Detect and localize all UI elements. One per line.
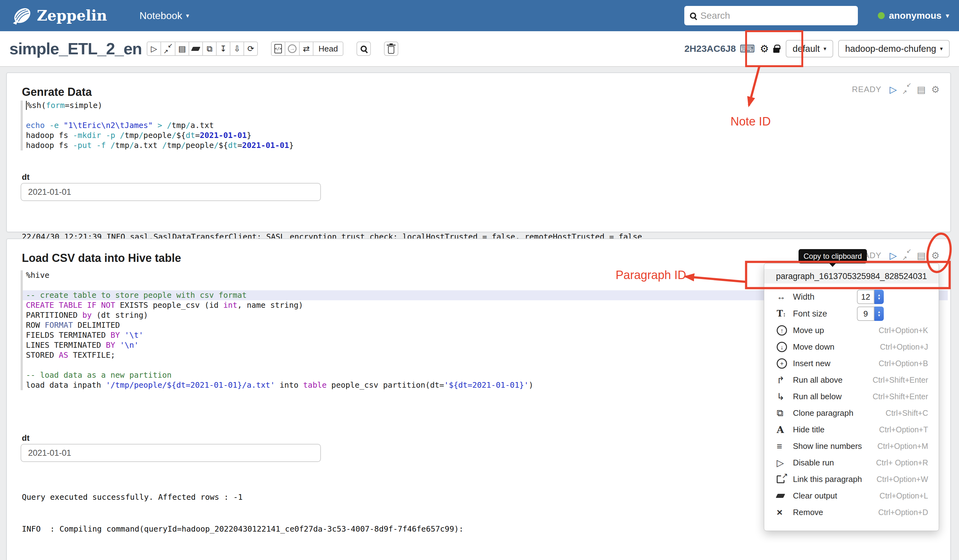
paragraph-id[interactable]: paragraph_1613705325984_828524031 <box>764 269 939 283</box>
menu-item-run-all-below[interactable]: ↳ Run all below Ctrl+Shift+Enter <box>764 388 939 405</box>
notebook-menu-label: Notebook <box>140 10 182 22</box>
run-paragraph-icon[interactable]: ▷ <box>890 251 897 260</box>
font-size-label: Font size <box>793 309 827 319</box>
user-menu[interactable]: anonymous ▾ <box>878 10 949 21</box>
note-action-group: ▷ ▤ ⧉ ↧ ⇩ ⟳ <box>147 41 258 56</box>
menu-item-link-this-paragraph[interactable]: ↗ Link this paragraph Ctrl+Option+W <box>764 471 939 488</box>
font-size-stepper[interactable]: 9 ▲▼ <box>857 307 884 321</box>
keyboard-shortcuts-icon[interactable]: ⌨ <box>739 43 755 55</box>
run-paragraph-icon[interactable]: ▷ <box>890 85 897 94</box>
version-head-button[interactable]: Head <box>313 41 343 56</box>
lock-icon[interactable] <box>773 48 779 53</box>
trash-icon <box>388 46 394 54</box>
menu-item-clear-output[interactable]: Clear output Ctrl+Option+L <box>764 488 939 504</box>
clone-icon: ⧉ <box>207 45 213 53</box>
search-icon <box>690 13 696 19</box>
search-input[interactable] <box>701 10 852 21</box>
form-field-label: dt <box>22 433 30 443</box>
zeppelin-app: Zeppelin Notebook ▾ anonymous ▾ simple_E… <box>0 0 959 560</box>
code-line: %sh(form=simple) <box>23 100 948 110</box>
menu-item-show-line-numbers[interactable]: ≡ Show line numbers Ctrl+Option+M <box>764 438 939 455</box>
width-label: Width <box>793 292 814 302</box>
circled-arrow-icon: → <box>288 45 296 53</box>
chevron-down-icon: ▾ <box>940 45 943 52</box>
run-all-paragraphs-button[interactable]: ▷ <box>147 41 161 56</box>
stepper-arrows[interactable]: ▲▼ <box>875 307 884 321</box>
stepper-arrows[interactable]: ▲▼ <box>875 290 884 304</box>
copy-to-clipboard-tooltip: Copy to clipboard <box>798 249 867 264</box>
disable-run-icon: ▷ <box>777 457 793 468</box>
delete-note-button[interactable] <box>384 41 398 56</box>
paragraph-title: Load CSV data into Hive table <box>22 251 181 265</box>
menu-item-clone-paragraph[interactable]: ⧉ Clone paragraph Ctrl+Shift+C <box>764 405 939 422</box>
paragraph-id-annotation-label: Paragraph ID <box>616 269 686 282</box>
version-control-button[interactable]: ⟳ <box>244 41 258 56</box>
width-value: 12 <box>857 290 875 304</box>
chevron-down-icon: ▾ <box>946 12 949 19</box>
zeppelin-logo[interactable]: Zeppelin <box>10 3 107 28</box>
paragraph-1: Genrate Data READY ▷ ▤ ⚙ %sh(form=simple… <box>6 72 951 232</box>
brand-name: Zeppelin <box>37 7 107 24</box>
interpreter-label: hadoop-demo-chufeng <box>845 44 936 54</box>
notebook-menu[interactable]: Notebook ▾ <box>140 10 189 22</box>
menu-item-disable-run[interactable]: ▷ Disable run Ctrl+ Option+R <box>764 455 939 471</box>
default-editor-button[interactable]: </> <box>271 41 285 56</box>
menu-item-move-up[interactable]: ↑ Move up Ctrl+Option+K <box>764 322 939 339</box>
editor-mode-group: </> → ⇄ Head <box>271 41 343 56</box>
paragraph-settings-gear-icon[interactable]: ⚙ <box>931 85 940 94</box>
code-line: echo -e "1\tEric\n2\tJames" > /tmp/a.txt <box>23 121 948 130</box>
font-size-value: 9 <box>857 307 875 321</box>
revision-dropdown[interactable]: default ▾ <box>786 40 833 57</box>
code-line: hadoop fs -put -f /tmp/a.txt /tmp/people… <box>23 140 948 150</box>
refresh-icon: ⟳ <box>247 45 254 53</box>
swap-arrows-icon: ⇄ <box>303 45 310 53</box>
note-toolbar-right: 2H23AC6J8 ⌨ ⚙ default ▾ hadoop-demo-chuf… <box>684 40 949 57</box>
clear-all-output-button[interactable] <box>188 41 203 56</box>
menu-item-move-down[interactable]: ↓ Move down Ctrl+Option+J <box>764 339 939 355</box>
code-line <box>23 110 948 121</box>
menu-item-run-all-above[interactable]: ↱ Run all above Ctrl+Shift+Enter <box>764 372 939 388</box>
menu-item-insert-new[interactable]: + Insert new Ctrl+Option+B <box>764 355 939 372</box>
dt-input[interactable] <box>21 183 321 201</box>
show-editor-icon[interactable]: ▤ <box>917 85 926 94</box>
width-icon: ↔ <box>777 292 793 302</box>
font-size-icon: T↕ <box>777 309 793 319</box>
menu-item-remove[interactable]: × Remove Ctrl+Option+D <box>764 504 939 521</box>
note-id[interactable]: 2H23AC6J8 <box>684 43 736 54</box>
show-hide-code-button[interactable] <box>161 41 175 56</box>
search-icon <box>360 46 367 52</box>
run-all-above-icon: ↱ <box>777 375 793 385</box>
clone-note-button[interactable]: ⧉ <box>202 41 217 56</box>
code-editor[interactable]: %sh(form=simple) echo -e "1\tEric\n2\tJa… <box>21 100 948 150</box>
show-editor-icon[interactable]: ▤ <box>917 251 926 260</box>
collapse-paragraph-icon[interactable] <box>903 250 911 261</box>
global-search[interactable] <box>684 6 858 25</box>
username: anonymous <box>889 10 941 21</box>
width-stepper[interactable]: 12 ▲▼ <box>857 290 884 304</box>
note-title[interactable]: simple_ETL_2_en <box>10 39 142 58</box>
paragraph-settings-gear-icon[interactable]: ⚙ <box>931 251 940 260</box>
top-navbar: Zeppelin Notebook ▾ anonymous ▾ <box>0 0 959 31</box>
remove-x-icon: × <box>777 507 793 518</box>
search-code-button[interactable] <box>357 41 371 56</box>
run-all-below-icon: ↳ <box>777 391 793 402</box>
chevron-down-icon: ▾ <box>186 12 189 19</box>
simple-mode-button[interactable]: → <box>285 41 300 56</box>
menu-item-hide-title[interactable]: A Hide title Ctrl+Option+T <box>764 422 939 438</box>
show-hide-output-button[interactable]: ▤ <box>175 41 189 56</box>
interpreter-dropdown[interactable]: hadoop-demo-chufeng ▾ <box>838 40 949 57</box>
note-settings-gear-icon[interactable]: ⚙ <box>760 43 769 55</box>
paragraph-title: Genrate Data <box>22 86 92 99</box>
import-note-button[interactable]: ⇩ <box>230 41 244 56</box>
code-file-icon: </> <box>274 44 282 53</box>
clone-icon: ⧉ <box>777 408 793 418</box>
online-status-dot <box>878 12 885 19</box>
status-badge: READY <box>852 84 882 94</box>
note-id-annotation-label: Note ID <box>731 115 771 128</box>
collapse-paragraph-icon[interactable] <box>903 84 911 95</box>
tooltip-text: Copy to clipboard <box>803 252 862 261</box>
link-icon: ↗ <box>777 476 793 483</box>
export-note-button[interactable]: ↧ <box>216 41 230 56</box>
report-mode-button[interactable]: ⇄ <box>299 41 314 56</box>
dt-input[interactable] <box>21 444 321 462</box>
